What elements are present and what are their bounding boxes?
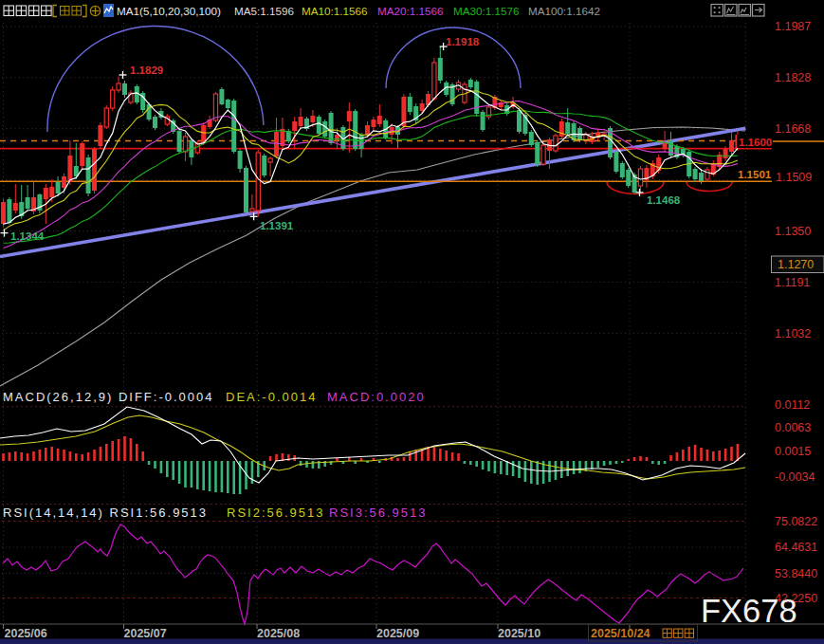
- svg-text:0.0063: 0.0063: [775, 421, 811, 434]
- svg-text:1.1350: 1.1350: [775, 225, 811, 238]
- svg-text:2025/07: 2025/07: [124, 627, 167, 640]
- svg-text:1.1391: 1.1391: [260, 220, 294, 231]
- svg-text:1.1501: 1.1501: [738, 169, 772, 180]
- svg-text:75.0822: 75.0822: [775, 515, 817, 528]
- svg-text:RSI2:56.9513: RSI2:56.9513: [227, 506, 325, 520]
- svg-text:2025/10: 2025/10: [498, 627, 540, 640]
- svg-text:2025/10/24: 2025/10/24: [591, 627, 650, 640]
- svg-text:2025/09: 2025/09: [376, 627, 419, 640]
- svg-text:64.4631: 64.4631: [775, 541, 817, 554]
- svg-text:MA5:1.1596: MA5:1.1596: [234, 5, 294, 17]
- svg-text:1.1191: 1.1191: [775, 276, 810, 289]
- svg-text:1.1987: 1.1987: [775, 20, 811, 33]
- svg-text:1.1600: 1.1600: [739, 137, 772, 148]
- svg-text:1.1344: 1.1344: [10, 230, 45, 242]
- svg-text:53.8440: 53.8440: [775, 567, 817, 580]
- svg-text:MACD:0.0020: MACD:0.0020: [327, 390, 426, 404]
- svg-text:1.1468: 1.1468: [647, 194, 681, 206]
- svg-text:1.1270: 1.1270: [778, 258, 814, 271]
- svg-text:2025/06: 2025/06: [5, 627, 47, 640]
- svg-text:1.1829: 1.1829: [130, 64, 163, 76]
- svg-text:DEA:-0.0014: DEA:-0.0014: [226, 390, 317, 404]
- svg-text:-0.0034: -0.0034: [775, 470, 815, 484]
- svg-text:2025/08: 2025/08: [257, 627, 300, 640]
- svg-text:1.1032: 1.1032: [775, 327, 811, 340]
- svg-text:MACD(26,12,9) DIFF:-0.0004: MACD(26,12,9) DIFF:-0.0004: [3, 390, 214, 404]
- svg-text:1.1668: 1.1668: [775, 122, 811, 136]
- svg-text:FX678: FX678: [701, 593, 797, 629]
- svg-text:MA10:1.1566: MA10:1.1566: [302, 5, 368, 17]
- svg-text:MA1(5,10,20,30,100): MA1(5,10,20,30,100): [117, 5, 221, 17]
- svg-text:MA100:1.1642: MA100:1.1642: [528, 5, 600, 17]
- svg-text:RSI3:56.9513: RSI3:56.9513: [329, 506, 428, 520]
- svg-text:0.0112: 0.0112: [775, 398, 810, 412]
- svg-text:MA30:1.1576: MA30:1.1576: [453, 5, 520, 17]
- svg-text:0.0015: 0.0015: [775, 445, 811, 458]
- svg-text:RSI(14,14,14) RSI1:56.9513: RSI(14,14,14) RSI1:56.9513: [3, 506, 208, 520]
- svg-text:1.1509: 1.1509: [776, 171, 812, 184]
- svg-text:MA20:1.1566: MA20:1.1566: [377, 5, 444, 17]
- svg-text:1.1918: 1.1918: [446, 36, 480, 47]
- svg-text:1.1828: 1.1828: [775, 71, 811, 84]
